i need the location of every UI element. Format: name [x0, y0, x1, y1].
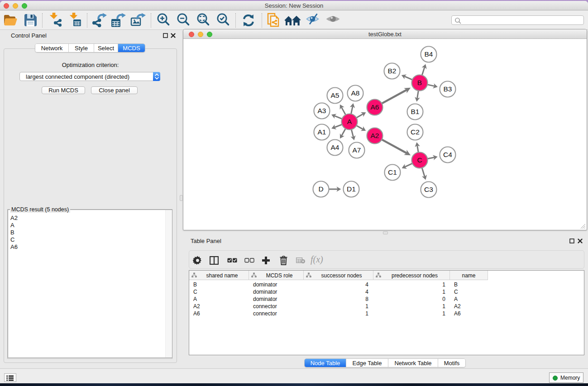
svg-text:A5: A5 — [331, 91, 339, 99]
svg-text:D: D — [318, 185, 323, 193]
svg-text:B3: B3 — [444, 85, 452, 93]
svg-text:C3: C3 — [424, 186, 433, 193]
svg-text:D1: D1 — [347, 185, 356, 193]
svg-text:B: B — [417, 79, 422, 86]
svg-text:A1: A1 — [318, 128, 326, 136]
svg-text:A7: A7 — [353, 146, 361, 154]
svg-text:A6: A6 — [371, 103, 379, 111]
svg-text:A3: A3 — [318, 107, 326, 114]
svg-text:A: A — [347, 118, 352, 125]
svg-text:B4: B4 — [425, 50, 433, 58]
svg-text:B2: B2 — [388, 67, 397, 75]
svg-text:C4: C4 — [443, 151, 452, 158]
svg-text:A4: A4 — [331, 143, 339, 151]
svg-text:C2: C2 — [411, 128, 420, 136]
svg-text:C1: C1 — [388, 168, 397, 176]
svg-text:B1: B1 — [411, 108, 420, 115]
svg-text:A2: A2 — [371, 132, 379, 139]
svg-text:C: C — [417, 156, 422, 164]
svg-text:A8: A8 — [351, 89, 360, 97]
